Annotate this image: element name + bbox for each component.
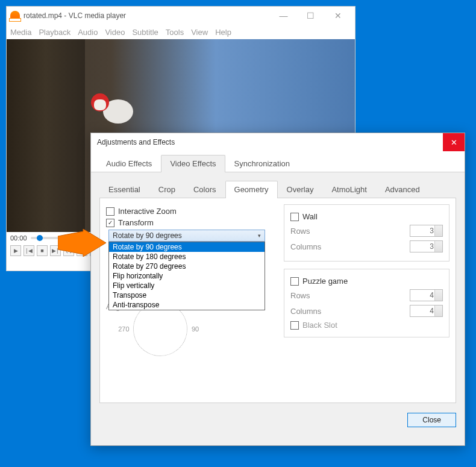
minimize-button[interactable]: — xyxy=(270,7,297,24)
vlc-window-title: rotated.mp4 - VLC media player xyxy=(23,11,126,20)
transform-dropdown: Rotate by 90 degrees Rotate by 180 degre… xyxy=(108,242,265,310)
option-flip-vertical[interactable]: Flip vertically xyxy=(109,281,265,290)
option-anti-transpose[interactable]: Anti-transpose xyxy=(109,300,265,310)
close-button[interactable]: Close xyxy=(407,413,456,427)
vlc-titlebar[interactable]: rotated.mp4 - VLC media player — ☐ ✕ xyxy=(7,7,355,25)
puzzle-cols-spinner[interactable]: 4 xyxy=(410,305,443,317)
close-button[interactable]: ✕ xyxy=(324,7,351,24)
wall-cols-spinner[interactable]: 3 xyxy=(410,240,443,252)
transform-select[interactable]: Rotate by 90 degrees Rotate by 90 degree… xyxy=(108,230,265,242)
geometry-panel: Interactive Zoom Transform Rotate by 90 … xyxy=(99,198,456,403)
checkbox-icon[interactable] xyxy=(290,213,299,221)
transform-label: Transform xyxy=(118,218,154,227)
puzzle-label: Puzzle game xyxy=(302,277,348,286)
vlc-cone-icon xyxy=(10,11,20,20)
menu-help[interactable]: Help xyxy=(215,28,231,37)
interactive-zoom-check[interactable]: Interactive Zoom xyxy=(106,207,272,216)
puzzle-cols-label: Columns xyxy=(290,307,321,316)
menu-video[interactable]: Video xyxy=(105,28,125,37)
prev-button[interactable]: ∣◀ xyxy=(23,245,34,256)
wall-group: Wall Rows 3 Columns 3 xyxy=(284,204,449,262)
wall-rows-label: Rows xyxy=(290,227,310,236)
checkbox-icon[interactable] xyxy=(106,207,114,216)
wall-label: Wall xyxy=(302,212,318,221)
checkbox-checked-icon[interactable] xyxy=(106,219,114,227)
menu-view[interactable]: View xyxy=(191,28,208,37)
dial-label-270: 270 xyxy=(118,325,129,333)
black-slot-label: Black Slot xyxy=(302,321,337,330)
wall-cols-label: Columns xyxy=(290,242,321,251)
option-rotate-270[interactable]: Rotate by 270 degrees xyxy=(109,262,265,271)
interactive-zoom-label: Interactive Zoom xyxy=(118,207,177,216)
wall-check[interactable]: Wall xyxy=(290,212,443,221)
effects-title: Adjustments and Effects xyxy=(97,138,175,146)
play-button[interactable]: ▶ xyxy=(10,245,21,256)
wall-rows-spinner[interactable]: 3 xyxy=(410,225,443,237)
option-rotate-90[interactable]: Rotate by 90 degrees xyxy=(109,242,265,252)
window-controls: — ☐ ✕ xyxy=(270,7,351,24)
menu-media[interactable]: Media xyxy=(10,28,31,37)
menu-playback[interactable]: Playback xyxy=(39,28,70,37)
subtab-essential[interactable]: Essential xyxy=(99,181,149,198)
video-effects-subtabs: Essential Crop Colors Geometry Overlay A… xyxy=(99,181,456,198)
subtab-geometry[interactable]: Geometry xyxy=(225,181,278,198)
transform-selected-value: Rotate by 90 degrees xyxy=(113,231,182,240)
close-icon[interactable]: ✕ xyxy=(443,133,465,151)
tab-video-effects[interactable]: Video Effects xyxy=(161,155,225,172)
tab-synchronization[interactable]: Synchronization xyxy=(225,155,299,172)
puzzle-group: Puzzle game Rows 4 Columns 4 Black Slot xyxy=(284,269,449,337)
vlc-menubar: Media Playback Audio Video Subtitle Tool… xyxy=(7,25,355,39)
effects-footer: Close xyxy=(91,407,465,433)
transform-check[interactable]: Transform xyxy=(106,218,272,227)
puzzle-check[interactable]: Puzzle game xyxy=(290,277,443,286)
menu-subtitle[interactable]: Subtitle xyxy=(132,28,158,37)
menu-tools[interactable]: Tools xyxy=(166,28,184,37)
menu-audio[interactable]: Audio xyxy=(78,28,98,37)
video-content-tree xyxy=(7,39,85,232)
subtab-atmolight[interactable]: AtmoLight xyxy=(322,181,376,198)
subtab-crop[interactable]: Crop xyxy=(149,181,184,198)
subtab-overlay[interactable]: Overlay xyxy=(278,181,323,198)
tab-audio-effects[interactable]: Audio Effects xyxy=(97,155,161,172)
checkbox-icon[interactable] xyxy=(290,321,299,330)
subtab-colors[interactable]: Colors xyxy=(184,181,225,198)
option-flip-horizontal[interactable]: Flip horizontally xyxy=(109,271,265,281)
dial-label-90: 90 xyxy=(192,325,199,333)
effects-dialog: Adjustments and Effects ✕ Audio Effects … xyxy=(90,133,465,446)
black-slot-check[interactable]: Black Slot xyxy=(290,321,443,330)
puzzle-rows-spinner[interactable]: 4 xyxy=(410,289,443,301)
svg-marker-0 xyxy=(58,229,106,257)
time-elapsed: 00:00 xyxy=(10,234,27,242)
effects-main-tabs: Audio Effects Video Effects Synchronizat… xyxy=(91,151,465,172)
puzzle-rows-label: Rows xyxy=(290,291,310,300)
subtab-advanced[interactable]: Advanced xyxy=(376,181,429,198)
stop-button[interactable]: ■ xyxy=(37,245,48,256)
maximize-button[interactable]: ☐ xyxy=(297,7,324,24)
annotation-arrow-icon xyxy=(58,229,106,257)
checkbox-icon[interactable] xyxy=(290,277,299,286)
effects-titlebar[interactable]: Adjustments and Effects ✕ xyxy=(91,133,465,151)
option-transpose[interactable]: Transpose xyxy=(109,290,265,300)
video-content-bird xyxy=(91,93,139,130)
option-rotate-180[interactable]: Rotate by 180 degrees xyxy=(109,252,265,262)
